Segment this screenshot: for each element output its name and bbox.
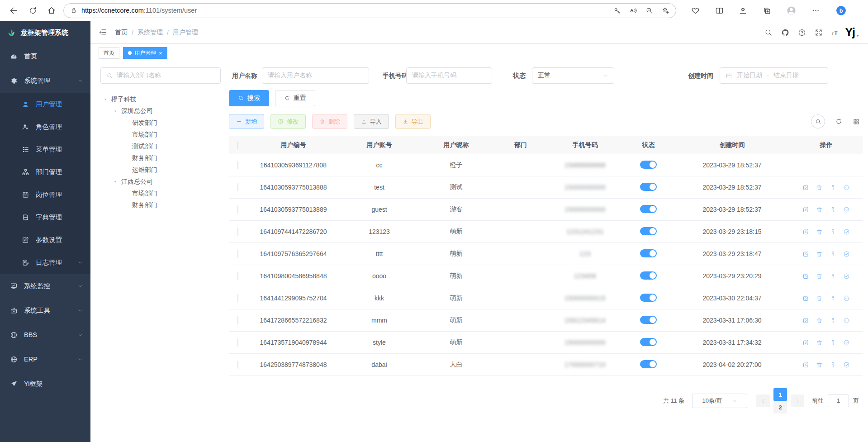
tree-node[interactable]: 测试部门: [100, 141, 221, 152]
delete-button[interactable]: 删除: [312, 114, 347, 129]
trash-icon[interactable]: [816, 251, 823, 257]
sidebar-item-monitor[interactable]: 系统监控: [0, 274, 90, 298]
edit-button[interactable]: 修改: [270, 114, 306, 129]
search-icon[interactable]: [764, 29, 773, 37]
fullscreen-icon[interactable]: [815, 29, 823, 37]
profile-avatar[interactable]: [786, 5, 797, 16]
sidebar-item-role[interactable]: 角色管理: [0, 115, 90, 138]
edit-square-icon[interactable]: [802, 339, 809, 346]
sidebar-item-bbs[interactable]: BBS: [0, 323, 90, 347]
search-button[interactable]: 搜索: [229, 90, 269, 106]
url-bar[interactable]: https://ccnetcore.com:1101/system/user A: [63, 3, 676, 18]
sidebar-item-log[interactable]: 日志管理: [0, 251, 90, 274]
github-icon[interactable]: [781, 29, 789, 37]
status-select[interactable]: 正常: [532, 67, 614, 84]
sidebar-item-erp[interactable]: ERP: [0, 347, 90, 371]
trash-icon[interactable]: [816, 317, 823, 324]
add-button[interactable]: 新增: [229, 114, 264, 129]
home-icon[interactable]: [44, 3, 59, 18]
trash-icon[interactable]: [816, 339, 823, 346]
read-aloud-icon[interactable]: A: [629, 6, 637, 14]
assign-role-icon[interactable]: [843, 361, 850, 368]
tab-用户管理[interactable]: 用户管理×: [123, 47, 167, 59]
edit-square-icon[interactable]: [802, 295, 809, 302]
refresh-table-button[interactable]: [835, 118, 843, 125]
more-icon[interactable]: [811, 6, 820, 15]
status-toggle[interactable]: [640, 271, 657, 280]
date-range-picker[interactable]: 开始日期 - 结束日期: [720, 67, 828, 84]
tree-node[interactable]: 财务部门: [100, 200, 221, 211]
sidebar-item-post[interactable]: 岗位管理: [0, 183, 90, 206]
row-checkbox[interactable]: [237, 205, 238, 214]
prev-page-button[interactable]: [756, 394, 770, 407]
reset-password-icon[interactable]: [830, 273, 836, 280]
status-toggle[interactable]: [640, 294, 657, 302]
import-button[interactable]: 导入: [354, 114, 389, 129]
select-all-checkbox[interactable]: [237, 141, 238, 149]
assign-role-icon[interactable]: [843, 251, 850, 257]
sidebar-item-param[interactable]: 参数设置: [0, 228, 90, 251]
zoom-out-icon[interactable]: [645, 7, 653, 14]
username-input[interactable]: 请输入用户名称: [262, 67, 369, 84]
font-size-icon[interactable]: TT: [831, 29, 840, 37]
row-checkbox[interactable]: [237, 161, 238, 169]
trash-icon[interactable]: [816, 295, 823, 302]
sidebar-item-tools[interactable]: 系统工具: [0, 298, 90, 323]
tree-node[interactable]: 深圳总公司: [100, 105, 221, 117]
row-checkbox[interactable]: [237, 361, 238, 369]
tab-首页[interactable]: 首页: [99, 47, 119, 59]
close-tab-icon[interactable]: ×: [159, 50, 162, 56]
tree-node[interactable]: 市场部门: [100, 188, 221, 200]
reset-password-icon[interactable]: [830, 295, 836, 302]
sidebar-item-system[interactable]: 系统管理: [0, 68, 90, 93]
trash-icon[interactable]: [816, 273, 823, 280]
sidebar-item-dept[interactable]: 部门管理: [0, 161, 90, 183]
row-checkbox[interactable]: [237, 228, 238, 236]
sidebar-item-yi[interactable]: Yi框架: [0, 371, 90, 396]
page-size-select[interactable]: 10条/页: [692, 394, 747, 408]
assign-role-icon[interactable]: [843, 317, 850, 324]
reset-password-icon[interactable]: [830, 206, 836, 213]
collections-icon[interactable]: [763, 6, 771, 15]
trash-icon[interactable]: [816, 184, 823, 191]
status-toggle[interactable]: [640, 316, 657, 324]
sidebar-item-home[interactable]: 首页: [0, 44, 90, 68]
trash-icon[interactable]: [816, 206, 823, 213]
assign-role-icon[interactable]: [843, 339, 850, 346]
edit-square-icon[interactable]: [802, 184, 809, 191]
browser-essentials-icon[interactable]: [691, 6, 700, 15]
key-icon[interactable]: [613, 7, 621, 14]
row-checkbox[interactable]: [237, 272, 238, 280]
tree-node[interactable]: 运维部门: [100, 164, 221, 176]
reset-password-icon[interactable]: [830, 317, 836, 324]
status-toggle[interactable]: [640, 338, 657, 346]
tree-node[interactable]: 市场部门: [100, 129, 221, 141]
export-button[interactable]: 导出: [395, 114, 431, 129]
back-icon[interactable]: [6, 3, 21, 18]
reset-password-icon[interactable]: [830, 228, 836, 235]
column-settings-button[interactable]: [853, 118, 860, 125]
tree-node[interactable]: 财务部门: [100, 152, 221, 164]
tree-node[interactable]: 江西总公司: [100, 176, 221, 188]
row-checkbox[interactable]: [237, 183, 238, 191]
favorites-bar-icon[interactable]: [739, 6, 747, 15]
status-toggle[interactable]: [640, 227, 657, 235]
reload-icon[interactable]: [25, 3, 40, 18]
goto-page-input[interactable]: 1: [828, 394, 849, 407]
bing-icon[interactable]: b: [835, 5, 847, 16]
reset-password-icon[interactable]: [830, 339, 836, 346]
next-page-button[interactable]: [791, 394, 804, 407]
breadcrumb-item[interactable]: 系统管理: [138, 29, 163, 37]
assign-role-icon[interactable]: [843, 273, 850, 280]
breadcrumb-item[interactable]: 首页: [115, 29, 128, 37]
tree-node[interactable]: 橙子科技: [100, 94, 221, 105]
split-screen-icon[interactable]: [715, 6, 724, 15]
status-toggle[interactable]: [640, 183, 657, 191]
sidebar-item-menu[interactable]: 菜单管理: [0, 138, 90, 161]
row-checkbox[interactable]: [237, 294, 238, 302]
status-toggle[interactable]: [640, 249, 657, 257]
caret-down-icon[interactable]: [855, 33, 860, 38]
collapse-menu-icon[interactable]: [98, 28, 107, 37]
tree-node[interactable]: 研发部门: [100, 117, 221, 129]
trash-icon[interactable]: [816, 361, 823, 368]
